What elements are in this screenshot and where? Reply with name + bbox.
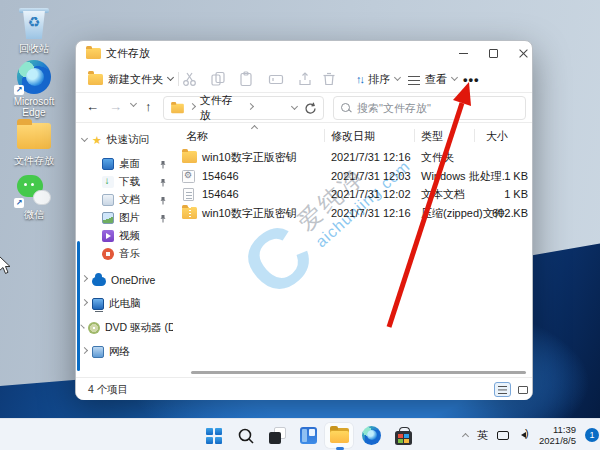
forward-button[interactable]: → [109,99,122,114]
music-icon [102,248,114,260]
maximize-button[interactable] [479,43,507,63]
taskbar-edge-button[interactable] [357,423,385,448]
cut-button[interactable] [182,71,198,87]
widgets-icon [300,427,317,444]
column-divider[interactable] [324,129,325,142]
refresh-icon[interactable] [304,102,317,115]
task-view-button[interactable] [263,423,291,448]
new-folder-button[interactable]: 新建文件夹 [84,67,177,91]
downloads-icon [102,176,114,188]
videos-icon [102,230,114,242]
sidebar-item-this-pc[interactable]: 此电脑 [76,295,173,313]
file-date: 2021/7/31 12:02 [331,188,411,200]
desktop-icon-edge[interactable]: ↗ Microsoft Edge [2,60,66,118]
ime-indicator[interactable]: 英 [477,428,488,443]
sidebar-item-pictures[interactable]: 图片 [76,209,173,227]
recent-locations-chevron[interactable] [130,100,137,107]
sidebar-label: DVD 驱动器 (D:) CI [105,321,173,335]
minimize-button[interactable] [449,43,477,63]
close-button[interactable] [509,43,537,63]
documents-icon [102,194,114,206]
sidebar-item-documents[interactable]: 文档 [76,191,173,209]
sidebar-label: 此电脑 [109,297,141,311]
tray-time: 11:39 [539,424,576,435]
folder-icon [182,151,197,163]
sort-label: 排序 [368,72,390,87]
details-view-toggle[interactable] [494,382,511,397]
file-row[interactable]: win10数字正版密钥 2021/7/31 12:16 文件夹 [173,148,534,166]
sidebar-item-quick-access[interactable]: ★ 快速访问 [76,131,173,149]
desktop-icon-wechat[interactable]: ↗ 微信 [2,173,66,220]
start-button[interactable] [200,423,228,448]
title-bar[interactable]: 文件存放 [76,41,532,65]
desktop-icon-recycle-bin[interactable]: ♻ 回收站 [2,7,66,54]
rename-button[interactable] [268,71,284,87]
pin-icon [159,160,167,169]
chevron-right-icon [189,103,196,110]
clock[interactable]: 11:39 2021/8/5 [539,424,576,446]
window-folder-icon [86,48,101,59]
search-input[interactable]: 搜索"文件存放" [333,96,526,120]
view-lines-icon [408,76,420,85]
onedrive-icon [92,277,106,286]
sidebar-item-dvd-drive[interactable]: DVD 驱动器 (D:) CI [76,319,173,337]
delete-button[interactable] [321,71,337,87]
toolbar-divider [178,72,179,86]
column-header-size[interactable]: 大小 [486,129,508,144]
taskbar-file-explorer-button[interactable] [325,423,353,448]
volume-icon[interactable] [518,429,530,441]
network-icon[interactable] [497,431,509,440]
see-more-button[interactable]: ••• [459,67,484,91]
file-name: 154646 [202,188,239,200]
status-bar: 4 个项目 [76,377,532,400]
desktop: ♻ 回收站 ↗ Microsoft Edge 文件存放 ↗ 微信 文件存放 [0,0,600,450]
paste-button[interactable] [238,71,254,87]
copy-button[interactable] [210,71,226,87]
column-header-date[interactable]: 修改日期 [331,129,375,144]
column-header-type[interactable]: 类型 [421,129,443,144]
edge-icon [362,426,381,445]
file-row[interactable]: 154646 2021/7/31 12:02 文本文档 1 KB [173,185,534,203]
sidebar-label: 桌面 [119,157,140,171]
sidebar-item-videos[interactable]: 视频 [76,227,173,245]
tray-chevron-up-icon[interactable] [462,433,469,440]
column-divider[interactable] [474,129,475,142]
sidebar-label: 快速访问 [107,133,149,147]
chevron-right-icon [247,103,254,110]
sidebar-item-music[interactable]: 音乐 [76,245,173,263]
pin-icon [159,196,167,205]
sidebar-label: 文档 [119,193,140,207]
widgets-button[interactable] [294,423,322,448]
zip-file-icon [182,207,197,219]
sidebar-item-desktop[interactable]: 桌面 [76,155,173,173]
search-icon [341,103,351,113]
horizontal-scrollbar[interactable] [191,371,526,374]
view-button[interactable]: 查看 [404,67,461,91]
chevron-right-icon [81,347,88,354]
file-row[interactable]: win10数字正版密钥 2021/7/31 12:16 压缩(zipped)文件… [173,204,534,222]
desktop-icon-file-folder[interactable]: 文件存放 [2,119,66,166]
taskbar-store-button[interactable] [389,423,417,448]
text-file-icon [183,188,194,201]
up-button[interactable]: ↑ [145,99,152,114]
file-name: win10数字正版密钥 [202,206,297,221]
file-row[interactable]: 154646 2021/7/31 12:03 Windows 批处理... 1 … [173,167,534,185]
taskbar-search-button[interactable] [232,423,260,448]
sidebar-item-network[interactable]: 网络 [76,343,173,361]
chevron-down-icon [394,74,401,81]
column-divider[interactable] [414,129,415,142]
address-dropdown-chevron[interactable] [291,103,298,110]
sidebar-item-onedrive[interactable]: OneDrive [76,271,173,289]
dvd-icon [88,322,100,334]
share-button[interactable] [297,71,313,87]
column-header-name[interactable]: 名称 [186,129,208,144]
sidebar-item-downloads[interactable]: 下载 [76,173,173,191]
back-button[interactable]: ← [86,99,99,114]
breadcrumb[interactable]: 文件存放 [163,96,324,120]
windows-logo-icon [206,428,222,444]
sort-button[interactable]: ↑↓ 排序 [352,67,404,91]
sidebar-label: 下载 [119,175,140,189]
active-app-indicator [336,447,344,450]
thumbnail-view-toggle[interactable] [514,382,531,397]
notification-badge[interactable]: 1 [585,428,599,442]
